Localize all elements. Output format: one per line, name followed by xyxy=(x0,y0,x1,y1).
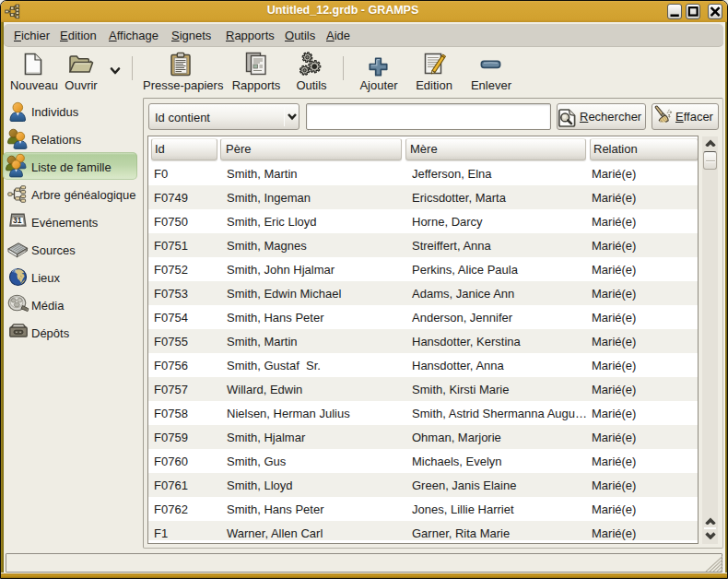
svg-text:31: 31 xyxy=(13,216,22,225)
